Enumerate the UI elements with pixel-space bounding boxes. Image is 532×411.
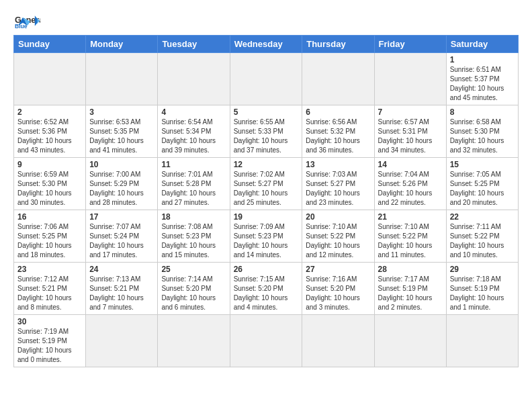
day-number: 7 bbox=[378, 107, 443, 117]
day-number: 26 bbox=[234, 265, 299, 274]
day-info: Sunrise: 7:11 AM Sunset: 5:22 PM Dayligh… bbox=[450, 222, 515, 260]
calendar-day bbox=[158, 53, 230, 105]
calendar-day: 14Sunrise: 7:04 AM Sunset: 5:26 PM Dayli… bbox=[374, 158, 446, 210]
calendar-day bbox=[230, 53, 302, 105]
day-number: 30 bbox=[17, 317, 82, 326]
calendar-day bbox=[158, 315, 230, 367]
calendar-day: 25Sunrise: 7:14 AM Sunset: 5:20 PM Dayli… bbox=[158, 263, 230, 315]
weekday-saturday: Saturday bbox=[446, 36, 518, 53]
calendar-day bbox=[86, 53, 158, 105]
calendar-week-row: 30Sunrise: 7:19 AM Sunset: 5:19 PM Dayli… bbox=[14, 315, 519, 367]
calendar-day: 8Sunrise: 6:58 AM Sunset: 5:30 PM Daylig… bbox=[446, 105, 518, 158]
calendar-day bbox=[86, 315, 158, 367]
weekday-header-row: SundayMondayTuesdayWednesdayThursdayFrid… bbox=[14, 36, 519, 53]
day-number: 8 bbox=[450, 107, 515, 117]
day-info: Sunrise: 7:18 AM Sunset: 5:19 PM Dayligh… bbox=[450, 275, 515, 312]
calendar-day: 4Sunrise: 6:54 AM Sunset: 5:34 PM Daylig… bbox=[158, 105, 230, 158]
day-number: 4 bbox=[161, 107, 226, 117]
page: General Blue SundayMondayT bbox=[0, 0, 532, 374]
calendar-day: 29Sunrise: 7:18 AM Sunset: 5:19 PM Dayli… bbox=[446, 263, 518, 315]
day-number: 22 bbox=[450, 212, 515, 222]
day-info: Sunrise: 7:15 AM Sunset: 5:20 PM Dayligh… bbox=[234, 275, 299, 312]
calendar-day: 13Sunrise: 7:03 AM Sunset: 5:27 PM Dayli… bbox=[302, 158, 374, 210]
calendar-day: 1Sunrise: 6:51 AM Sunset: 5:37 PM Daylig… bbox=[446, 53, 518, 105]
day-info: Sunrise: 7:00 AM Sunset: 5:29 PM Dayligh… bbox=[89, 170, 154, 208]
calendar-day bbox=[302, 315, 374, 367]
calendar-week-row: 1Sunrise: 6:51 AM Sunset: 5:37 PM Daylig… bbox=[14, 53, 519, 105]
day-info: Sunrise: 6:59 AM Sunset: 5:30 PM Dayligh… bbox=[17, 170, 82, 208]
calendar-week-row: 16Sunrise: 7:06 AM Sunset: 5:25 PM Dayli… bbox=[14, 210, 519, 263]
calendar-day bbox=[446, 315, 518, 367]
day-info: Sunrise: 7:03 AM Sunset: 5:27 PM Dayligh… bbox=[306, 170, 370, 208]
weekday-sunday: Sunday bbox=[14, 36, 86, 53]
calendar-day: 23Sunrise: 7:12 AM Sunset: 5:21 PM Dayli… bbox=[14, 263, 86, 315]
day-info: Sunrise: 6:53 AM Sunset: 5:35 PM Dayligh… bbox=[89, 118, 154, 155]
day-info: Sunrise: 7:08 AM Sunset: 5:23 PM Dayligh… bbox=[161, 222, 226, 260]
calendar-day: 16Sunrise: 7:06 AM Sunset: 5:25 PM Dayli… bbox=[14, 210, 86, 263]
day-number: 20 bbox=[306, 212, 370, 222]
day-number: 11 bbox=[161, 160, 226, 169]
header: General Blue bbox=[13, 12, 519, 28]
calendar-day: 11Sunrise: 7:01 AM Sunset: 5:28 PM Dayli… bbox=[158, 158, 230, 210]
day-info: Sunrise: 6:55 AM Sunset: 5:33 PM Dayligh… bbox=[234, 118, 299, 155]
calendar-day: 15Sunrise: 7:05 AM Sunset: 5:25 PM Dayli… bbox=[446, 158, 518, 210]
day-info: Sunrise: 6:54 AM Sunset: 5:34 PM Dayligh… bbox=[161, 118, 226, 155]
day-number: 19 bbox=[234, 212, 299, 222]
day-number: 28 bbox=[378, 265, 443, 274]
calendar-day: 10Sunrise: 7:00 AM Sunset: 5:29 PM Dayli… bbox=[86, 158, 158, 210]
calendar-week-row: 23Sunrise: 7:12 AM Sunset: 5:21 PM Dayli… bbox=[14, 263, 519, 315]
weekday-wednesday: Wednesday bbox=[230, 36, 302, 53]
calendar-day bbox=[230, 315, 302, 367]
day-number: 16 bbox=[17, 212, 82, 222]
day-info: Sunrise: 6:58 AM Sunset: 5:30 PM Dayligh… bbox=[450, 118, 515, 155]
day-info: Sunrise: 6:51 AM Sunset: 5:37 PM Dayligh… bbox=[450, 65, 515, 103]
day-number: 23 bbox=[17, 265, 82, 274]
calendar-day: 24Sunrise: 7:13 AM Sunset: 5:21 PM Dayli… bbox=[86, 263, 158, 315]
day-info: Sunrise: 7:10 AM Sunset: 5:22 PM Dayligh… bbox=[378, 222, 443, 260]
calendar-day: 3Sunrise: 6:53 AM Sunset: 5:35 PM Daylig… bbox=[86, 105, 158, 158]
day-number: 2 bbox=[17, 107, 82, 117]
calendar-day: 18Sunrise: 7:08 AM Sunset: 5:23 PM Dayli… bbox=[158, 210, 230, 263]
weekday-tuesday: Tuesday bbox=[158, 36, 230, 53]
calendar-day: 6Sunrise: 6:56 AM Sunset: 5:32 PM Daylig… bbox=[302, 105, 374, 158]
calendar-day: 19Sunrise: 7:09 AM Sunset: 5:23 PM Dayli… bbox=[230, 210, 302, 263]
calendar-day bbox=[302, 53, 374, 105]
day-info: Sunrise: 7:17 AM Sunset: 5:19 PM Dayligh… bbox=[378, 275, 443, 312]
day-number: 29 bbox=[450, 265, 515, 274]
day-number: 25 bbox=[161, 265, 226, 274]
calendar-day: 26Sunrise: 7:15 AM Sunset: 5:20 PM Dayli… bbox=[230, 263, 302, 315]
day-number: 27 bbox=[306, 265, 370, 274]
day-info: Sunrise: 7:05 AM Sunset: 5:25 PM Dayligh… bbox=[450, 170, 515, 208]
day-number: 14 bbox=[378, 160, 443, 169]
calendar-table: SundayMondayTuesdayWednesdayThursdayFrid… bbox=[13, 35, 519, 367]
day-number: 15 bbox=[450, 160, 515, 169]
day-info: Sunrise: 6:56 AM Sunset: 5:32 PM Dayligh… bbox=[306, 118, 370, 155]
logo-bird-icon bbox=[15, 16, 30, 28]
day-info: Sunrise: 7:06 AM Sunset: 5:25 PM Dayligh… bbox=[17, 222, 82, 260]
calendar-week-row: 9Sunrise: 6:59 AM Sunset: 5:30 PM Daylig… bbox=[14, 158, 519, 210]
calendar-week-row: 2Sunrise: 6:52 AM Sunset: 5:36 PM Daylig… bbox=[14, 105, 519, 158]
day-info: Sunrise: 7:02 AM Sunset: 5:27 PM Dayligh… bbox=[234, 170, 299, 208]
day-number: 17 bbox=[89, 212, 154, 222]
calendar-day: 7Sunrise: 6:57 AM Sunset: 5:31 PM Daylig… bbox=[374, 105, 446, 158]
day-info: Sunrise: 7:19 AM Sunset: 5:19 PM Dayligh… bbox=[17, 327, 82, 365]
day-info: Sunrise: 6:57 AM Sunset: 5:31 PM Dayligh… bbox=[378, 118, 443, 155]
calendar-day: 27Sunrise: 7:16 AM Sunset: 5:20 PM Dayli… bbox=[302, 263, 374, 315]
calendar-day: 12Sunrise: 7:02 AM Sunset: 5:27 PM Dayli… bbox=[230, 158, 302, 210]
calendar-day: 30Sunrise: 7:19 AM Sunset: 5:19 PM Dayli… bbox=[14, 315, 86, 367]
day-number: 18 bbox=[161, 212, 226, 222]
calendar-day: 21Sunrise: 7:10 AM Sunset: 5:22 PM Dayli… bbox=[374, 210, 446, 263]
day-number: 5 bbox=[234, 107, 299, 117]
day-info: Sunrise: 7:01 AM Sunset: 5:28 PM Dayligh… bbox=[161, 170, 226, 208]
day-number: 13 bbox=[306, 160, 370, 169]
day-info: Sunrise: 6:52 AM Sunset: 5:36 PM Dayligh… bbox=[17, 118, 82, 155]
day-info: Sunrise: 7:07 AM Sunset: 5:24 PM Dayligh… bbox=[89, 222, 154, 260]
day-number: 24 bbox=[89, 265, 154, 274]
calendar-day: 20Sunrise: 7:10 AM Sunset: 5:22 PM Dayli… bbox=[302, 210, 374, 263]
calendar-day: 9Sunrise: 6:59 AM Sunset: 5:30 PM Daylig… bbox=[14, 158, 86, 210]
day-number: 9 bbox=[17, 160, 82, 169]
weekday-friday: Friday bbox=[374, 36, 446, 53]
calendar-day bbox=[374, 315, 446, 367]
day-info: Sunrise: 7:13 AM Sunset: 5:21 PM Dayligh… bbox=[89, 275, 154, 312]
day-number: 12 bbox=[234, 160, 299, 169]
